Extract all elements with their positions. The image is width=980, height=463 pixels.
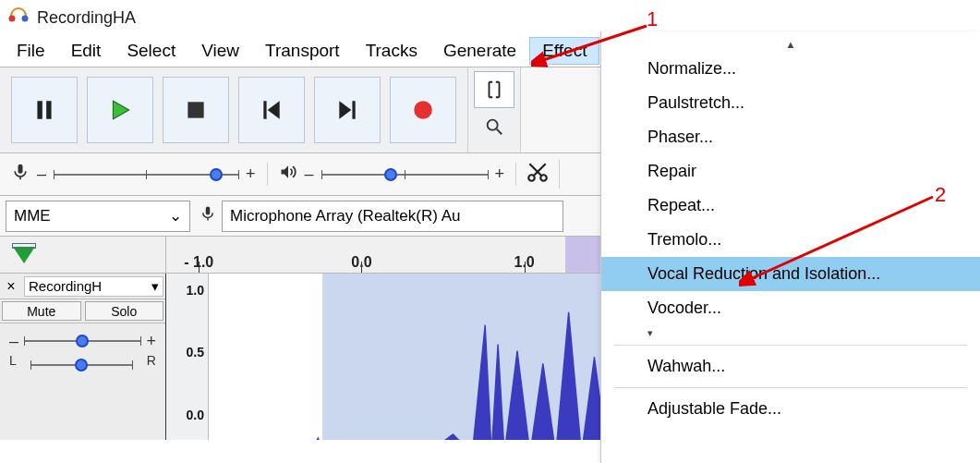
menu-edit[interactable]: Edit bbox=[58, 37, 115, 65]
recording-volume-min: – bbox=[37, 164, 46, 184]
cut-button[interactable] bbox=[526, 160, 550, 189]
solo-button[interactable]: Solo bbox=[85, 301, 164, 321]
pan-right-label: R bbox=[147, 353, 156, 377]
playback-volume-slider[interactable] bbox=[321, 166, 488, 183]
svg-marker-7 bbox=[268, 101, 280, 119]
svg-point-11 bbox=[488, 120, 498, 130]
svg-marker-4 bbox=[113, 101, 128, 119]
skip-start-button[interactable] bbox=[238, 77, 305, 143]
menu-separator bbox=[614, 345, 967, 346]
pan-slider[interactable] bbox=[30, 357, 132, 373]
menu-item-vocoder[interactable]: Vocoder... bbox=[601, 291, 980, 325]
track-control-panel: × RecordingH ▾ Mute Solo – + L bbox=[0, 274, 166, 440]
menu-item-repeat[interactable]: Repeat... bbox=[601, 189, 980, 223]
svg-marker-14 bbox=[281, 165, 288, 177]
gain-slider[interactable] bbox=[24, 333, 140, 349]
pause-button[interactable] bbox=[11, 77, 78, 143]
menu-select[interactable]: Select bbox=[114, 37, 188, 65]
annotation-label-2: 2 bbox=[935, 183, 946, 207]
menu-view[interactable]: View bbox=[188, 37, 252, 65]
menu-item-adjustable-fade[interactable]: Adjustable Fade... bbox=[601, 392, 980, 426]
playhead-pin-icon[interactable] bbox=[13, 247, 35, 263]
titlebar: RecordingHA bbox=[0, 0, 980, 35]
menu-effect[interactable]: Effect bbox=[529, 37, 599, 65]
recording-volume-max: + bbox=[246, 164, 256, 184]
track-name-dropdown[interactable]: RecordingH ▾ bbox=[24, 276, 163, 297]
track-vertical-scale: 1.0 0.5 0.0 bbox=[166, 274, 209, 440]
menu-file[interactable]: File bbox=[4, 37, 58, 65]
zoom-tool-button[interactable] bbox=[474, 108, 514, 145]
svg-rect-5 bbox=[188, 102, 203, 117]
svg-rect-6 bbox=[263, 101, 266, 119]
timeline-left-gutter bbox=[0, 237, 166, 273]
skip-end-button[interactable] bbox=[314, 77, 381, 143]
track-close-button[interactable]: × bbox=[0, 278, 22, 295]
annotation-label-1: 1 bbox=[647, 7, 658, 31]
menu-item-normalize[interactable]: Normalize... bbox=[601, 52, 980, 86]
play-button[interactable] bbox=[87, 77, 153, 143]
svg-point-0 bbox=[9, 15, 16, 21]
svg-point-1 bbox=[22, 15, 29, 21]
menu-generate[interactable]: Generate bbox=[430, 37, 529, 65]
vscale-label: 0.0 bbox=[187, 408, 204, 422]
chevron-down-icon: ⌄ bbox=[169, 206, 182, 225]
recording-device-combo[interactable]: Microphone Array (Realtek(R) Au bbox=[222, 201, 563, 232]
recording-device-value: Microphone Array (Realtek(R) Au bbox=[230, 207, 460, 225]
playback-volume-max: + bbox=[495, 164, 505, 184]
svg-marker-8 bbox=[339, 101, 351, 119]
track-name-label: RecordingH bbox=[29, 278, 102, 294]
svg-rect-19 bbox=[206, 207, 211, 215]
speaker-icon bbox=[279, 163, 297, 186]
menu-item-tremolo[interactable]: Tremolo... bbox=[601, 223, 980, 257]
recording-volume-slider[interactable] bbox=[54, 166, 238, 183]
mute-button[interactable]: Mute bbox=[2, 301, 81, 321]
svg-rect-3 bbox=[46, 101, 51, 119]
svg-point-10 bbox=[414, 101, 432, 119]
mic-icon bbox=[200, 205, 216, 226]
menu-scroll-up-icon[interactable]: ▲ bbox=[601, 37, 980, 52]
edit-toolbar bbox=[516, 160, 560, 189]
menu-item-vocal-reduction[interactable]: Vocal Reduction and Isolation... bbox=[601, 257, 980, 291]
svg-line-12 bbox=[497, 129, 502, 135]
menu-transport[interactable]: Transport bbox=[252, 37, 353, 65]
menu-item-wahwah[interactable]: Wahwah... bbox=[601, 349, 980, 384]
svg-rect-9 bbox=[352, 101, 355, 119]
chevron-down-icon: ▾ bbox=[151, 278, 159, 295]
app-icon bbox=[7, 5, 30, 31]
menu-item-paulstretch[interactable]: Paulstretch... bbox=[601, 86, 980, 120]
menu-tracks[interactable]: Tracks bbox=[353, 37, 430, 65]
playback-volume-min: – bbox=[305, 164, 314, 184]
recording-volume-group: – + bbox=[0, 163, 268, 186]
pan-left-label: L bbox=[9, 353, 17, 377]
vscale-label: 1.0 bbox=[187, 283, 204, 298]
audio-host-value: MME bbox=[14, 207, 51, 225]
menu-item-phaser[interactable]: Phaser... bbox=[601, 120, 980, 154]
menu-separator bbox=[614, 387, 967, 388]
menu-item-repair[interactable]: Repair bbox=[601, 154, 980, 189]
svg-rect-13 bbox=[18, 164, 23, 174]
effect-menu: ▲ Normalize... Paulstretch... Phaser... … bbox=[600, 31, 980, 463]
record-button[interactable] bbox=[390, 77, 456, 143]
mic-icon bbox=[11, 163, 30, 186]
gain-max: + bbox=[146, 332, 156, 351]
selection-tool-button[interactable] bbox=[474, 71, 514, 108]
vscale-label: 0.5 bbox=[187, 345, 204, 359]
transport-toolbar bbox=[0, 67, 468, 152]
menu-scroll-down-icon[interactable]: ▾ bbox=[601, 325, 980, 341]
svg-rect-2 bbox=[37, 101, 42, 119]
playback-volume-group: – + bbox=[268, 163, 517, 186]
audio-host-combo[interactable]: MME ⌄ bbox=[6, 201, 190, 232]
stop-button[interactable] bbox=[163, 77, 229, 143]
window-title: RecordingHA bbox=[37, 8, 136, 28]
tools-toolbar bbox=[468, 67, 521, 152]
gain-min: – bbox=[9, 332, 18, 351]
